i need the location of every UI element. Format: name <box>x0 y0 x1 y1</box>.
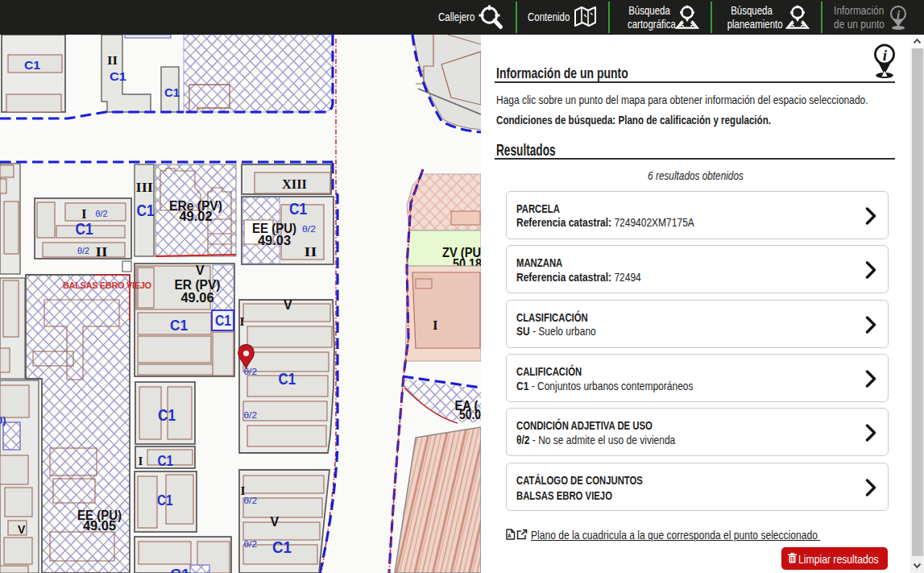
svg-text:θ/2: θ/2 <box>244 496 258 505</box>
svg-text:C1: C1 <box>157 492 173 509</box>
svg-text:49.03: 49.03 <box>258 234 291 247</box>
svg-text:θ/2: θ/2 <box>244 410 258 420</box>
svg-text:V: V <box>196 264 205 277</box>
svg-text:C1: C1 <box>279 369 296 388</box>
svg-text:II: II <box>107 54 118 67</box>
svg-text:XIII: XIII <box>282 177 307 191</box>
svg-text:C1: C1 <box>215 312 231 329</box>
svg-text:C1: C1 <box>137 201 155 219</box>
svg-text:ER (PV): ER (PV) <box>175 278 221 292</box>
svg-text:V: V <box>271 515 280 529</box>
svg-text:C1: C1 <box>164 86 180 99</box>
svg-text:50.0: 50.0 <box>459 408 481 421</box>
svg-text:49.02: 49.02 <box>180 210 213 223</box>
svg-text:BALSAS EBRO VIEJO: BALSAS EBRO VIEJO <box>63 280 151 290</box>
svg-text:C1: C1 <box>76 220 93 238</box>
svg-text:II: II <box>305 245 317 259</box>
svg-text:49.05: 49.05 <box>83 519 116 533</box>
svg-text:θ/2: θ/2 <box>77 246 89 255</box>
svg-text:C1: C1 <box>110 69 126 83</box>
svg-text:I: I <box>433 318 438 333</box>
svg-text:49.06: 49.06 <box>181 291 214 305</box>
svg-text:C1: C1 <box>158 406 176 424</box>
svg-text:C1: C1 <box>170 566 190 573</box>
svg-text:C1: C1 <box>272 538 292 556</box>
svg-text:θ/2: θ/2 <box>244 539 258 549</box>
svg-text:C1: C1 <box>24 58 40 72</box>
svg-text:C1: C1 <box>158 452 174 469</box>
svg-text:I: I <box>240 315 245 328</box>
svg-text:θ/2: θ/2 <box>96 209 108 218</box>
svg-text:II: II <box>96 245 108 259</box>
svg-text:C1: C1 <box>170 317 188 334</box>
svg-text:III: III <box>136 181 154 194</box>
svg-text:V: V <box>284 298 292 312</box>
svg-text:i: i <box>883 47 888 64</box>
svg-text:I: I <box>139 455 143 467</box>
svg-text:C1: C1 <box>289 200 307 218</box>
svg-text:A: A <box>508 533 512 538</box>
svg-text:0): 0) <box>0 414 6 426</box>
svg-text:V: V <box>18 523 26 536</box>
svg-text:θ/2: θ/2 <box>302 224 316 234</box>
